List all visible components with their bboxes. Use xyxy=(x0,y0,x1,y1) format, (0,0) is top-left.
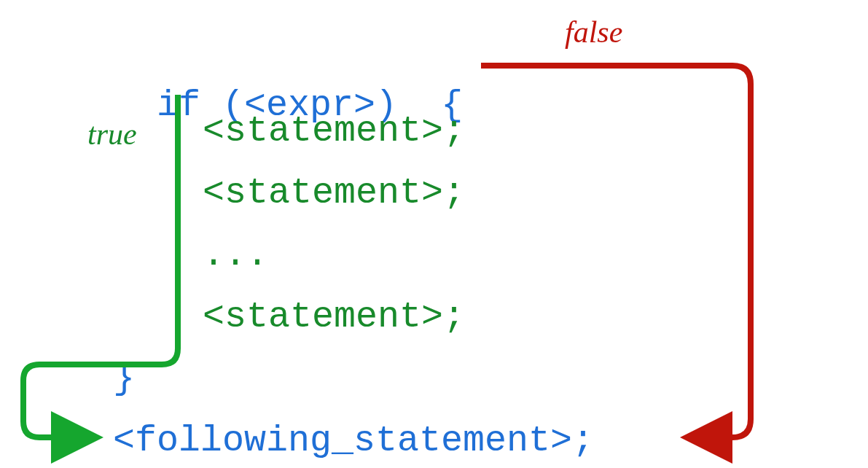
false-arrow xyxy=(481,66,751,437)
true-label: true xyxy=(87,117,137,152)
statement-1: <statement>; xyxy=(203,113,465,149)
close-brace: } xyxy=(113,361,135,397)
statement-3: <statement>; xyxy=(203,299,465,335)
if-keyword: if xyxy=(157,85,200,126)
following-statement: <following_statement>; xyxy=(113,423,594,459)
false-label: false xyxy=(565,15,622,50)
statement-2: <statement>; xyxy=(203,175,465,211)
ellipsis: ... xyxy=(203,237,268,273)
